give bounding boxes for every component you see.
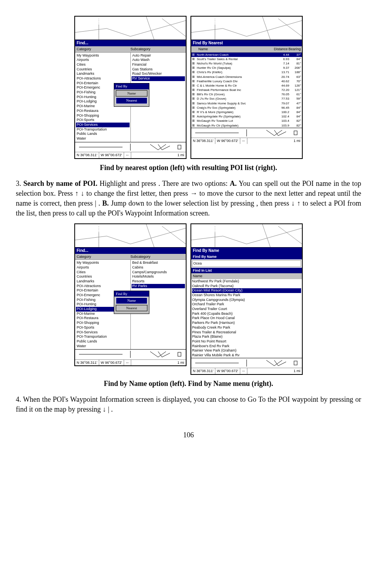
list-item[interactable]: Park Place On Hood Canal	[192, 316, 301, 321]
list-item[interactable]: Camps/Campgrounds	[132, 270, 185, 275]
list-item[interactable]: My Waypoints	[76, 53, 130, 58]
gps-screen-find-nearest-right: Find By Nearest Name Distance Bearing ⊞N…	[190, 16, 303, 159]
poi-row[interactable]: ⊞North American Coach4.4437°	[191, 53, 302, 57]
list-item[interactable]: Orchard Trailer Park	[192, 302, 301, 307]
list-item[interactable]: Airports	[76, 265, 130, 270]
list-item[interactable]: Countries	[76, 274, 130, 279]
list-item[interactable]: POI-Transportation	[76, 127, 130, 132]
list-item[interactable]: Ocean Shores Marina Rv Park	[192, 293, 301, 298]
arrow-icon: ↔	[124, 360, 131, 366]
poi-bearing: 84°	[289, 106, 301, 110]
poi-row[interactable]: ⊞D J's Rv Svc (Grove)77.5359°	[191, 96, 302, 101]
arrow-icon: ↔	[240, 138, 247, 144]
poi-row[interactable]: ⊞Samco Mobile Home Supply & Svc79.0747°	[191, 101, 302, 106]
caption-2: Find by Name option (left). Find by Name…	[16, 379, 361, 389]
list-item[interactable]: POI-Restaura	[76, 109, 130, 113]
coord-n: N 36°08.311'	[191, 138, 215, 144]
rv-icon: ⊞	[192, 70, 197, 74]
poi-row[interactable]: ⊞Chris's Rv (Kiefer)13.71188°	[191, 70, 302, 74]
name-input[interactable]: Ocea	[192, 260, 301, 267]
list-item[interactable]: Landmarks	[76, 72, 130, 76]
poi-row[interactable]: ⊞Scott's Trailer Sales & Rental6.9384°	[191, 57, 302, 61]
list-item[interactable]: POI-Attractions	[76, 76, 130, 81]
screen-title: Find...	[75, 248, 186, 254]
list-item[interactable]: Oaknoll Rv Park (Tacoma)	[192, 284, 301, 289]
nearest-button[interactable]: Nearest	[116, 97, 147, 104]
list-item[interactable]: POI-Transportation	[76, 335, 130, 339]
list-item[interactable]: Airports	[76, 58, 130, 62]
list-item[interactable]: Olympia Campgrounds (Olympia)	[192, 298, 301, 303]
caption-1: Find by nearest option (left) with resul…	[16, 163, 361, 173]
poi-row[interactable]: ⊞Hunter Rv Ctr (Sapulpa)9.37206°	[191, 66, 302, 70]
list-item[interactable]: Public Lands	[76, 339, 130, 344]
name-button[interactable]: Name	[116, 90, 147, 97]
poi-bearing: 81°	[289, 61, 301, 66]
poi-row[interactable]: ⊞Aok/springdale Rv (Springdale)102.484°	[191, 114, 302, 119]
list-item[interactable]: Cities	[76, 270, 130, 275]
poi-row[interactable]: ⊞Firehawk Performance Boat Inc72.20121°	[191, 88, 302, 92]
list-item[interactable]: RV Service	[132, 76, 185, 81]
result-list[interactable]: Northwest Rv Park (Ferndale)Oaknoll Rv P…	[191, 279, 302, 358]
poi-row[interactable]: ⊞Nichol's Rv World (Tulsa)7.1481°	[191, 61, 302, 66]
poi-row[interactable]: ⊞Mid-America Coach Dimensions20.7463°	[191, 75, 302, 79]
list-item[interactable]: Ocean Mist Resort (Ocean City)	[192, 288, 301, 293]
list-item[interactable]: Park 400 (Copalis Beach)	[192, 312, 301, 316]
poi-row[interactable]: ⊞McGaugh Rv Ctr (Springdale)103.982°	[191, 123, 302, 128]
list-item[interactable]: Pines Trailer & Recreational	[192, 330, 301, 335]
list-item[interactable]: Gas Stations	[132, 67, 185, 72]
list-item[interactable]: Public Lands	[76, 132, 130, 136]
list-item[interactable]: Rainier Villa Mobile Park & Rv	[192, 353, 301, 358]
list-item[interactable]: POI-Attractions	[76, 284, 130, 289]
poi-row[interactable]: ⊞McGaugh Rv Towable Lot103.482°	[191, 119, 302, 123]
list-item[interactable]: Overland Trailer Court	[192, 307, 301, 312]
nearest-button[interactable]: Nearest	[116, 305, 147, 312]
poi-row[interactable]: ⊞Bill's Rv Ctr (Grove)76.0561°	[191, 92, 302, 96]
list-item[interactable]: Auto Repair	[132, 53, 185, 58]
map-preview	[75, 17, 186, 40]
rv-icon: ⊞	[192, 75, 197, 79]
list-item[interactable]: Countries	[76, 67, 130, 72]
poi-distance: 4.44	[275, 53, 289, 57]
list-item[interactable]: Peabody Creek Rv Park	[192, 325, 301, 330]
list-item[interactable]: Resorts	[132, 279, 185, 284]
list-item[interactable]: POI-Shopping	[76, 113, 130, 118]
poi-row[interactable]: ⊞Craig's Rv Svc (Springdale)96.4584°	[191, 106, 302, 110]
svg-rect-2	[178, 145, 181, 149]
scale: 1 mi	[176, 360, 186, 366]
list-item[interactable]: Road Svc/Wrecker	[132, 72, 185, 76]
name-button[interactable]: Name	[116, 297, 147, 304]
list-item[interactable]: Northwest Rv Park (Ferndale)	[192, 279, 301, 284]
list-item[interactable]: Parkers Rv Park (Harrison)	[192, 321, 301, 325]
poi-name: Bill's Rv Ctr (Grove)	[197, 92, 275, 96]
poi-name: C & L Mobile Home & Rv Ctr	[197, 83, 275, 88]
poi-distance: 103.9	[275, 123, 289, 128]
poi-bearing: 84°	[289, 110, 301, 114]
list-item[interactable]: Point No Point Resort	[192, 339, 301, 344]
list-item[interactable]: POI-Shopping	[76, 321, 130, 325]
list-item[interactable]: Cities	[76, 62, 130, 67]
coord-n: N 36°08.311'	[191, 368, 215, 374]
list-item[interactable]: POI-Sports	[76, 118, 130, 123]
list-item[interactable]: RV Parks	[132, 284, 185, 289]
list-item[interactable]: POI-Restaura	[76, 316, 130, 321]
list-item[interactable]: Cabins	[132, 265, 185, 270]
list-item[interactable]: Rainbow's End Rv Park	[192, 344, 301, 349]
list-item[interactable]: My Waypoints	[76, 261, 130, 265]
poi-list[interactable]: ⊞North American Coach4.4437°⊞Scott's Tra…	[191, 53, 302, 128]
poi-row[interactable]: ⊞R V's & More (Springdale)100.284°	[191, 110, 302, 114]
list-item[interactable]: POI-Services	[76, 330, 130, 335]
list-item[interactable]: Rainier View Park (Graham)	[192, 348, 301, 353]
list-item[interactable]: Auto Wash	[132, 58, 185, 62]
list-item[interactable]: Water	[76, 136, 130, 141]
poi-row[interactable]: ⊞C & L Mobile Home & Rv Ctr44.69126°	[191, 83, 302, 88]
poi-row[interactable]: ⊞Featherlite Luxury Coach Div40.6270°	[191, 79, 302, 83]
list-item[interactable]: POI-Services	[76, 123, 130, 127]
list-item[interactable]: Financial	[132, 62, 185, 67]
list-item[interactable]: Plaza Park (Blaine)	[192, 335, 301, 339]
list-item[interactable]: Water	[76, 344, 130, 349]
list-item[interactable]: Landmarks	[76, 279, 130, 284]
list-item[interactable]: Bed & Breakfast	[132, 261, 185, 265]
list-item[interactable]: Hotels/Motels	[132, 274, 185, 279]
list-item[interactable]: POI-Sports	[76, 325, 130, 330]
section-find-in-list: Find In List	[191, 268, 302, 274]
